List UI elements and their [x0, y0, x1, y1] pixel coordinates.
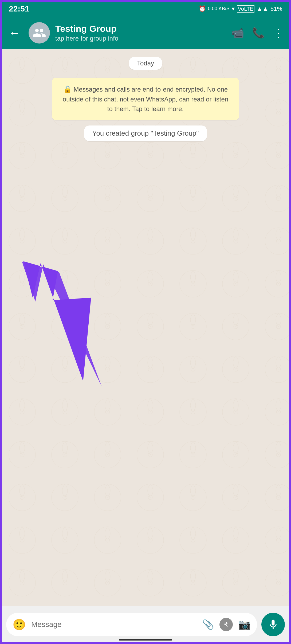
- input-bar: 🙂 📎 ₹ 📷: [1, 606, 290, 643]
- chat-area: Today 🔒 Messages and calls are end-to-en…: [1, 49, 290, 607]
- mic-icon: [267, 619, 279, 630]
- more-options-button[interactable]: ⋮: [273, 26, 285, 40]
- status-time: 22:51: [9, 4, 29, 13]
- lock-icon: 🔒: [63, 85, 72, 93]
- alarm-icon: ⏰: [199, 5, 206, 12]
- attach-button[interactable]: 📎: [202, 619, 214, 630]
- group-name: Testing Group: [55, 23, 226, 34]
- message-input[interactable]: [31, 620, 197, 629]
- wifi-icon: ▾: [232, 5, 235, 12]
- phone-call-button[interactable]: 📞: [252, 27, 265, 39]
- group-created-message: You created group "Testing Group": [84, 125, 207, 141]
- encryption-text: Messages and calls are end-to-end encryp…: [63, 86, 228, 112]
- message-input-container: 🙂 📎 ₹ 📷: [6, 613, 257, 636]
- toolbar-actions: 📹 📞 ⋮: [231, 26, 285, 40]
- status-bar: 22:51 ⏰ 0.00 KB/S ▾ VoLTE ▲▲ 51%: [1, 1, 290, 17]
- rupee-pay-button[interactable]: ₹: [219, 618, 233, 631]
- group-avatar-icon: [32, 26, 46, 40]
- messages-content: Today 🔒 Messages and calls are end-to-en…: [1, 49, 290, 147]
- voice-message-button[interactable]: [261, 613, 285, 636]
- emoji-button[interactable]: 🙂: [13, 618, 26, 631]
- volte-icon: VoLTE: [237, 5, 255, 13]
- encryption-notice[interactable]: 🔒 Messages and calls are end-to-end encr…: [52, 78, 239, 120]
- toolbar: ← Testing Group tap here for group info …: [1, 17, 290, 49]
- date-badge: Today: [129, 57, 162, 70]
- signal-icon: ▲▲: [257, 5, 268, 12]
- home-indicator: [119, 639, 172, 641]
- battery-level: 51%: [270, 5, 282, 12]
- group-subtitle: tap here for group info: [55, 34, 226, 42]
- back-button[interactable]: ←: [6, 24, 23, 41]
- camera-button[interactable]: 📷: [238, 619, 251, 630]
- network-speed: 0.00 KB/S: [208, 6, 230, 11]
- video-call-button[interactable]: 📹: [231, 27, 244, 39]
- group-info[interactable]: Testing Group tap here for group info: [55, 23, 226, 42]
- status-icons: ⏰ 0.00 KB/S ▾ VoLTE ▲▲ 51%: [199, 5, 282, 13]
- group-avatar[interactable]: [29, 22, 50, 44]
